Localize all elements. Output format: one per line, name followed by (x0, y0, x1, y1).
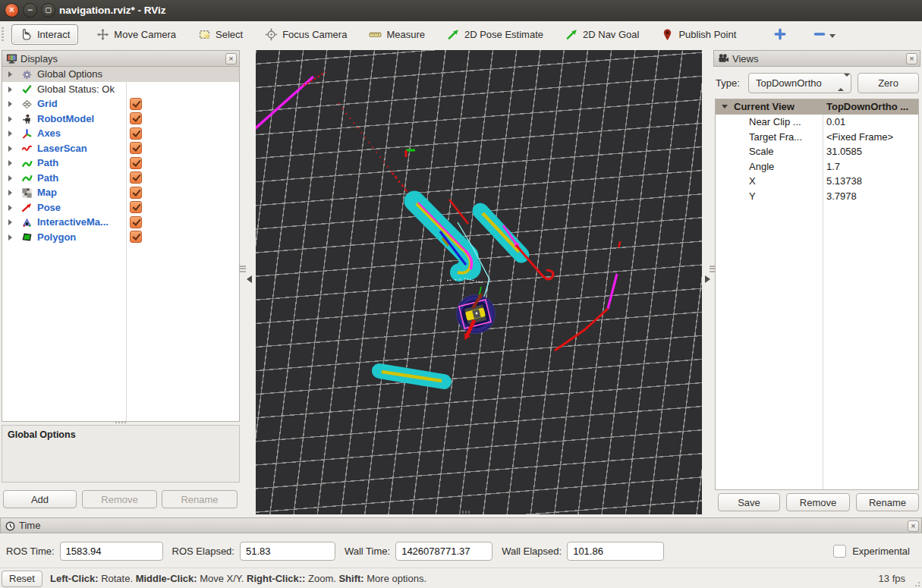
pose-estimate-tool-button[interactable]: 2D Pose Estimate (443, 24, 547, 45)
visibility-checkbox[interactable] (130, 98, 142, 110)
close-icon[interactable]: × (908, 520, 919, 532)
chevron-down-icon[interactable] (829, 34, 835, 38)
property-row[interactable]: Scale 31.0585 (716, 144, 918, 159)
expander-icon[interactable] (8, 71, 12, 77)
rename-display-button[interactable]: Rename (162, 490, 238, 508)
time-panel-header[interactable]: Time × (0, 517, 922, 533)
display-row-path-1[interactable]: Path (2, 156, 239, 171)
render-viewport[interactable] (256, 50, 702, 514)
visibility-checkbox[interactable] (130, 171, 142, 184)
map-icon (21, 187, 33, 199)
laser-tick (618, 241, 621, 247)
display-row-map[interactable]: Map (2, 185, 239, 200)
add-display-button[interactable]: Add (3, 490, 77, 508)
view-type-combobox[interactable]: TopDownOrtho (748, 73, 851, 93)
expander-icon[interactable] (8, 86, 12, 93)
views-panel-header[interactable]: Views × (713, 50, 920, 67)
bottom-splitter-handle[interactable] (459, 511, 471, 514)
expander-icon[interactable] (8, 219, 12, 225)
display-label: LaserScan (37, 141, 87, 156)
visibility-checkbox[interactable] (130, 157, 142, 169)
measure-tool-button[interactable]: Measure (365, 24, 429, 45)
wall-time-input[interactable] (395, 542, 492, 561)
display-row-axes[interactable]: Axes (2, 126, 239, 141)
collapse-right-arrow-icon[interactable] (705, 275, 710, 283)
remove-display-button[interactable]: Remove (82, 490, 157, 508)
wall-elapsed-label: Wall Elapsed: (502, 546, 562, 557)
expander-icon[interactable] (8, 190, 12, 196)
property-row[interactable]: Angle 1.7 (716, 159, 918, 175)
expander-icon[interactable] (8, 101, 12, 107)
display-row-pose[interactable]: Pose (2, 200, 239, 215)
focus-camera-icon (265, 28, 278, 41)
toolbar-drag-handle-icon[interactable] (2, 27, 4, 41)
expander-icon[interactable] (8, 175, 12, 181)
display-row-polygon[interactable]: Polygon (2, 230, 239, 245)
property-row[interactable]: Near Clip ... 0.01 (716, 115, 918, 130)
resize-grip-icon[interactable] (913, 580, 920, 587)
expander-icon[interactable] (8, 146, 12, 152)
window-close-icon[interactable]: × (5, 3, 19, 17)
spinner-arrows-icon[interactable] (838, 77, 848, 90)
move-camera-tool-button[interactable]: Move Camera (93, 24, 180, 45)
display-row-path-2[interactable]: Path (2, 171, 239, 186)
expander-icon[interactable] (8, 234, 12, 241)
expander-icon[interactable] (8, 130, 12, 137)
select-box-icon (198, 28, 211, 41)
current-view-header-row[interactable]: Current View TopDownOrtho ... (716, 99, 918, 115)
window-minimize-icon[interactable]: − (23, 3, 37, 17)
focus-camera-tool-button[interactable]: Focus Camera (261, 24, 351, 45)
ros-elapsed-label: ROS Elapsed: (172, 546, 234, 557)
experimental-label: Experimental (852, 546, 910, 557)
display-row-global-status[interactable]: Global Status: Ok (2, 82, 239, 97)
wall-elapsed-input[interactable] (567, 542, 664, 561)
gear-icon (21, 69, 33, 80)
publish-point-tool-button[interactable]: Publish Point (657, 24, 740, 45)
displays-panel-header[interactable]: Displays × (2, 50, 240, 67)
save-view-button[interactable]: Save (718, 493, 780, 511)
expander-icon[interactable] (8, 116, 12, 122)
property-row[interactable]: X 5.13738 (716, 174, 918, 189)
ros-time-input[interactable] (60, 542, 163, 561)
visibility-checkbox[interactable] (130, 231, 142, 243)
display-label: Axes (37, 126, 61, 141)
close-icon[interactable]: × (225, 53, 237, 64)
left-splitter[interactable] (240, 264, 255, 283)
visibility-checkbox[interactable] (130, 142, 142, 154)
rename-view-button[interactable]: Rename (856, 493, 919, 511)
visibility-checkbox[interactable] (130, 216, 142, 228)
zero-button[interactable]: Zero (857, 73, 919, 93)
nav-goal-tool-button[interactable]: 2D Nav Goal (562, 24, 643, 45)
display-label: Map (37, 185, 57, 200)
display-row-robotmodel[interactable]: RobotModel (2, 112, 239, 127)
experimental-checkbox[interactable] (833, 545, 846, 558)
select-tool-button[interactable]: Select (194, 24, 247, 45)
minus-icon (813, 28, 826, 40)
property-row[interactable]: Target Fra... <Fixed Frame> (716, 130, 918, 145)
interact-tool-button[interactable]: Interact (11, 24, 78, 45)
reset-button[interactable]: Reset (2, 571, 42, 587)
tool-label: Publish Point (678, 29, 736, 40)
remove-view-button[interactable]: Remove (786, 493, 850, 511)
expander-icon[interactable] (8, 160, 12, 166)
display-row-global-options[interactable]: Global Options (2, 67, 239, 82)
display-row-laserscan[interactable]: LaserScan (2, 141, 239, 156)
visibility-checkbox[interactable] (130, 201, 142, 213)
panel-splitter-handle[interactable] (115, 421, 126, 423)
close-icon[interactable]: × (906, 53, 917, 64)
remove-tool-button[interactable] (813, 28, 835, 40)
visibility-checkbox[interactable] (130, 112, 142, 124)
add-tool-button[interactable] (774, 28, 786, 40)
display-row-grid[interactable]: Grid (2, 96, 239, 112)
collapse-left-arrow-icon[interactable] (247, 275, 252, 283)
help-text: Left-Click: Rotate. Middle-Click: Move X… (50, 573, 426, 584)
visibility-checkbox[interactable] (130, 127, 142, 140)
display-row-interactive-marker[interactable]: InteractiveMa... (2, 215, 239, 230)
property-row[interactable]: Y 3.7978 (716, 189, 918, 204)
expander-open-icon[interactable] (722, 105, 728, 108)
expander-icon[interactable] (8, 205, 12, 211)
window-maximize-icon[interactable]: ▢ (41, 3, 55, 17)
visibility-checkbox[interactable] (130, 187, 142, 199)
fps-counter: 13 fps (879, 573, 905, 584)
ros-elapsed-input[interactable] (240, 542, 335, 561)
